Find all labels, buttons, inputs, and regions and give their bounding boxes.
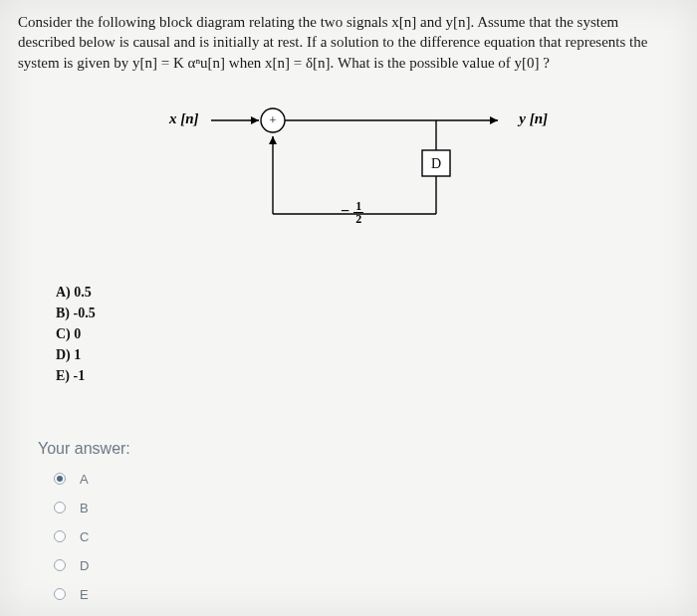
feedback-gain-label: − 1 2 <box>341 200 363 225</box>
radio-icon <box>54 502 66 513</box>
radio-option-a[interactable]: A <box>54 472 679 487</box>
radio-option-b[interactable]: B <box>54 501 679 515</box>
radio-icon <box>54 588 66 600</box>
summing-plus: + <box>269 112 276 127</box>
radio-icon <box>54 559 66 571</box>
option-e: E) -1 <box>56 365 679 386</box>
radio-icon <box>54 530 66 542</box>
delay-block-label: D <box>431 156 441 171</box>
option-c: C) 0 <box>56 323 679 344</box>
block-diagram: x [n] y [n] + D <box>159 103 538 252</box>
your-answer-label: Your answer: <box>38 440 679 458</box>
option-b: B) -0.5 <box>56 303 679 323</box>
radio-option-e[interactable]: E <box>54 587 679 602</box>
diagram-svg: + D <box>159 103 538 252</box>
option-a: A) 0.5 <box>56 282 679 303</box>
worksheet-paper: Consider the following block diagram rel… <box>0 0 697 616</box>
option-d: D) 1 <box>56 344 679 365</box>
radio-option-c[interactable]: C <box>54 529 679 544</box>
radio-list: A B C D E <box>54 472 679 602</box>
radio-option-d[interactable]: D <box>54 558 679 573</box>
answer-options: A) 0.5 B) -0.5 C) 0 D) 1 E) -1 <box>56 282 679 386</box>
answer-section: Your answer: A B C D E <box>18 426 679 602</box>
radio-icon <box>54 473 66 485</box>
question-text: Consider the following block diagram rel… <box>18 12 679 73</box>
